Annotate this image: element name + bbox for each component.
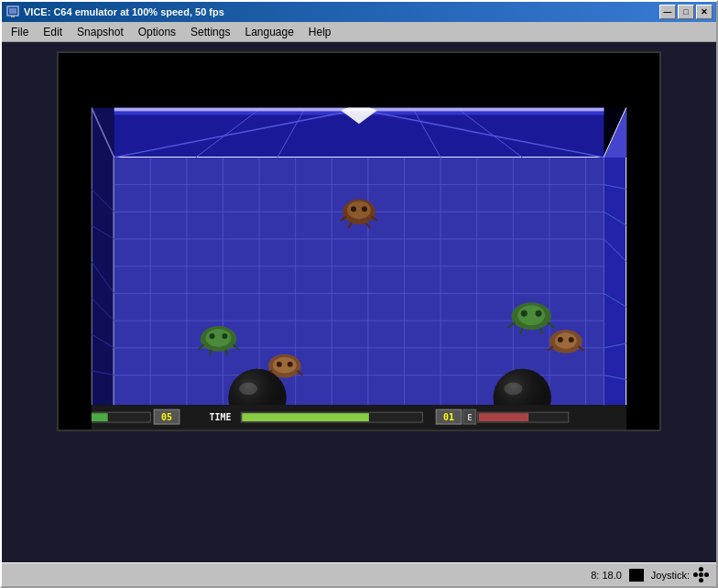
speed-indicator: [629, 569, 644, 582]
maximize-button[interactable]: □: [678, 5, 694, 19]
svg-point-83: [536, 310, 542, 317]
joystick-label: Joystick:: [651, 570, 690, 581]
svg-point-82: [521, 310, 528, 317]
minimize-button[interactable]: —: [659, 5, 676, 19]
title-bar: VICE: C64 emulator at 100% speed, 50 fps…: [2, 2, 716, 22]
svg-rect-117: [60, 53, 92, 430]
joystick-icon: [693, 567, 709, 583]
menu-bar: File Edit Snapshot Options Settings Lang…: [2, 22, 716, 42]
svg-point-90: [558, 337, 563, 343]
menu-help[interactable]: Help: [301, 24, 339, 40]
svg-rect-50: [92, 107, 114, 405]
svg-text:E: E: [467, 413, 472, 422]
menu-settings[interactable]: Settings: [183, 24, 237, 40]
title-buttons: — □ ✕: [659, 5, 713, 19]
joystick-status: Joystick:: [651, 567, 709, 583]
svg-text:TIME: TIME: [210, 412, 232, 422]
game-screen: E 05 TIME 01 E: [57, 51, 661, 431]
status-bar: 8: 18.0 Joystick:: [2, 562, 716, 586]
svg-rect-118: [626, 53, 658, 430]
svg-rect-17: [114, 158, 604, 405]
svg-rect-116: [60, 53, 658, 107]
menu-options[interactable]: Options: [131, 24, 183, 40]
svg-point-96: [239, 383, 257, 396]
svg-rect-115: [479, 413, 528, 421]
svg-point-60: [351, 206, 356, 212]
main-window: VICE: C64 emulator at 100% speed, 50 fps…: [0, 0, 718, 588]
svg-point-67: [206, 329, 232, 347]
game-canvas: E 05 TIME 01 E: [59, 53, 659, 430]
menu-file[interactable]: File: [4, 24, 36, 40]
window-title: VICE: C64 emulator at 100% speed, 50 fps: [24, 6, 224, 17]
svg-point-99: [504, 383, 522, 396]
svg-point-59: [347, 201, 371, 219]
svg-point-75: [273, 357, 297, 374]
svg-point-61: [362, 206, 367, 212]
svg-rect-1: [9, 8, 16, 14]
content-area: E 05 TIME 01 E: [2, 42, 716, 562]
svg-rect-2: [11, 16, 15, 17]
coords-text: 8: 18.0: [591, 570, 622, 581]
menu-snapshot[interactable]: Snapshot: [70, 24, 131, 40]
svg-rect-109: [242, 413, 369, 421]
svg-text:01: 01: [443, 412, 454, 422]
svg-point-68: [210, 333, 215, 339]
close-button[interactable]: ✕: [696, 5, 713, 19]
menu-language[interactable]: Language: [237, 24, 300, 40]
svg-point-76: [277, 362, 282, 367]
svg-rect-39: [604, 158, 626, 405]
app-icon: [5, 5, 20, 19]
svg-point-77: [288, 362, 293, 367]
svg-point-91: [569, 337, 574, 343]
svg-point-69: [222, 333, 227, 339]
svg-text:05: 05: [161, 412, 172, 422]
title-bar-left: VICE: C64 emulator at 100% speed, 50 fps: [5, 5, 224, 19]
menu-edit[interactable]: Edit: [36, 24, 70, 40]
